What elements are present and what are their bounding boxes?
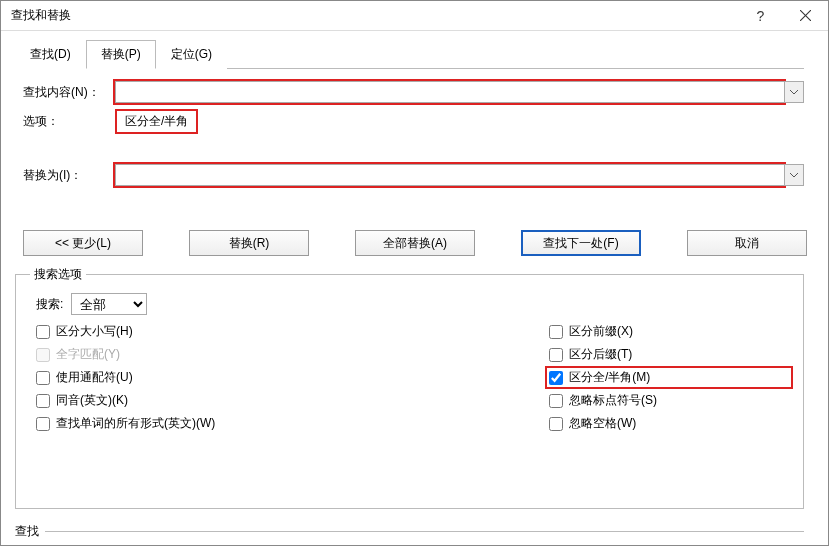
use-wildcards-checkbox[interactable]: 使用通配符(U) bbox=[36, 369, 549, 386]
window-controls: ? bbox=[738, 1, 828, 31]
find-what-combo bbox=[115, 81, 804, 103]
tab-strip: 查找(D) 替换(P) 定位(G) bbox=[15, 39, 804, 69]
search-options-group: 搜索选项 搜索: 全部 区分大小写(H) 全字匹配(Y) 使用通配符(U) 同音… bbox=[15, 266, 804, 509]
find-what-input[interactable] bbox=[115, 81, 784, 103]
ignore-punct-checkbox[interactable]: 忽略标点符号(S) bbox=[549, 392, 789, 409]
chevron-down-icon bbox=[790, 173, 798, 178]
match-width-highlight: 区分全/半角(M) bbox=[545, 366, 793, 389]
match-width-checkbox[interactable]: 区分全/半角(M) bbox=[549, 369, 789, 386]
tab-replace[interactable]: 替换(P) bbox=[86, 40, 156, 69]
match-case-checkbox[interactable]: 区分大小写(H) bbox=[36, 323, 549, 340]
search-options-legend: 搜索选项 bbox=[30, 266, 86, 283]
ignore-space-checkbox[interactable]: 忽略空格(W) bbox=[549, 415, 789, 432]
less-button[interactable]: << 更少(L) bbox=[23, 230, 143, 256]
replace-with-label: 替换为(I)： bbox=[15, 167, 115, 184]
options-row: 选项： 区分全/半角 bbox=[15, 109, 804, 134]
match-suffix-checkbox[interactable]: 区分后缀(T) bbox=[549, 346, 789, 363]
options-left-column: 区分大小写(H) 全字匹配(Y) 使用通配符(U) 同音(英文)(K) 查找单词… bbox=[30, 323, 549, 438]
replace-with-dropdown[interactable] bbox=[784, 164, 804, 186]
replace-all-button[interactable]: 全部替换(A) bbox=[355, 230, 475, 256]
tab-find[interactable]: 查找(D) bbox=[15, 40, 86, 69]
options-value: 区分全/半角 bbox=[115, 109, 198, 134]
all-forms-checkbox[interactable]: 查找单词的所有形式(英文)(W) bbox=[36, 415, 549, 432]
chevron-down-icon bbox=[790, 90, 798, 95]
cancel-button[interactable]: 取消 bbox=[687, 230, 807, 256]
find-next-button[interactable]: 查找下一处(F) bbox=[521, 230, 641, 256]
titlebar: 查找和替换 ? bbox=[1, 1, 828, 31]
whole-word-checkbox: 全字匹配(Y) bbox=[36, 346, 549, 363]
find-what-row: 查找内容(N)： bbox=[15, 81, 804, 103]
options-value-wrap: 区分全/半角 bbox=[115, 109, 198, 134]
replace-with-combo bbox=[115, 164, 804, 186]
options-columns: 区分大小写(H) 全字匹配(Y) 使用通配符(U) 同音(英文)(K) 查找单词… bbox=[30, 323, 789, 438]
sounds-like-checkbox[interactable]: 同音(英文)(K) bbox=[36, 392, 549, 409]
tab-goto[interactable]: 定位(G) bbox=[156, 40, 227, 69]
dialog-body: 查找(D) 替换(P) 定位(G) 查找内容(N)： 选项： 区分全/半角 替换… bbox=[1, 31, 828, 546]
search-direction-row: 搜索: 全部 bbox=[30, 293, 789, 315]
find-format-group: 查找 格式(O)▾ 特殊格式(E)▾ 不限定格式(T) bbox=[15, 523, 804, 546]
search-direction-label: 搜索: bbox=[30, 296, 63, 313]
replace-button[interactable]: 替换(R) bbox=[189, 230, 309, 256]
find-format-legend: 查找 bbox=[15, 523, 45, 540]
close-button[interactable] bbox=[783, 1, 828, 31]
find-what-label: 查找内容(N)： bbox=[15, 84, 115, 101]
options-right-column: 区分前缀(X) 区分后缀(T) 区分全/半角(M) 忽略标点符号(S) 忽略空格… bbox=[549, 323, 789, 438]
options-label: 选项： bbox=[15, 113, 115, 130]
find-replace-dialog: 查找和替换 ? 查找(D) 替换(P) 定位(G) 查找内容(N)： 选项： bbox=[0, 0, 829, 546]
help-button[interactable]: ? bbox=[738, 1, 783, 31]
replace-with-input[interactable] bbox=[115, 164, 784, 186]
main-buttons: << 更少(L) 替换(R) 全部替换(A) 查找下一处(F) 取消 bbox=[15, 230, 804, 256]
match-prefix-checkbox[interactable]: 区分前缀(X) bbox=[549, 323, 789, 340]
search-direction-select[interactable]: 全部 bbox=[71, 293, 147, 315]
window-title: 查找和替换 bbox=[11, 7, 71, 24]
close-icon bbox=[800, 10, 811, 21]
find-what-dropdown[interactable] bbox=[784, 81, 804, 103]
replace-with-row: 替换为(I)： bbox=[15, 164, 804, 186]
